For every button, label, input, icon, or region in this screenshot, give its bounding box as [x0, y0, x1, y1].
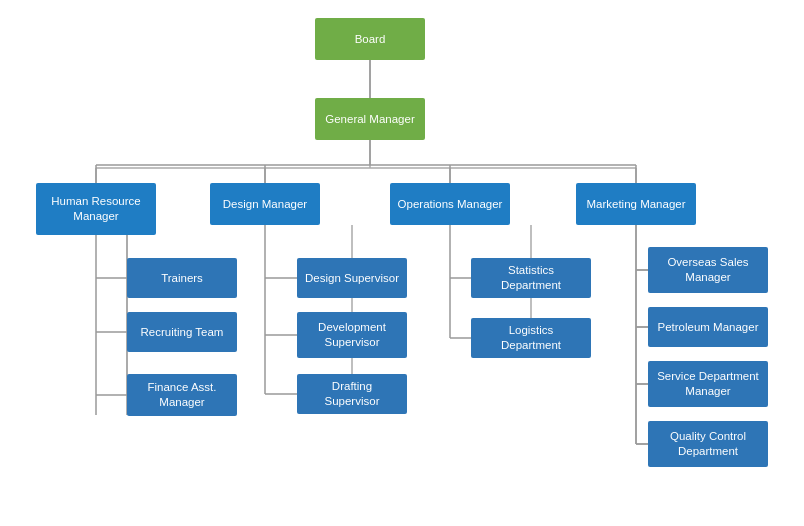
node-board: Board	[315, 18, 425, 60]
node-petroleum: Petroleum Manager	[648, 307, 768, 347]
node-service: Service Department Manager	[648, 361, 768, 407]
node-overseas: Overseas Sales Manager	[648, 247, 768, 293]
node-draft_sup: Drafting Supervisor	[297, 374, 407, 414]
node-dev_sup: Development Supervisor	[297, 312, 407, 358]
node-recruiting: Recruiting Team	[127, 312, 237, 352]
node-hrm: Human Resource Manager	[36, 183, 156, 235]
node-om: Operations Manager	[390, 183, 510, 225]
node-finance: Finance Asst. Manager	[127, 374, 237, 416]
node-mm: Marketing Manager	[576, 183, 696, 225]
node-stats: Statistics Department	[471, 258, 591, 298]
node-trainers: Trainers	[127, 258, 237, 298]
node-logistics: Logistics Department	[471, 318, 591, 358]
node-qc: Quality Control Department	[648, 421, 768, 467]
node-dm: Design Manager	[210, 183, 320, 225]
node-gm: General Manager	[315, 98, 425, 140]
org-chart: BoardGeneral ManagerHuman Resource Manag…	[0, 0, 804, 526]
node-design_sup: Design Supervisor	[297, 258, 407, 298]
